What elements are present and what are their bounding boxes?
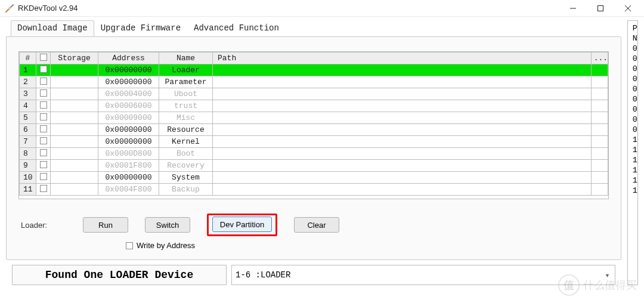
tab-advanced-function[interactable]: Advanced Function xyxy=(187,20,286,36)
cell-more[interactable] xyxy=(591,64,608,76)
table-row[interactable]: 90x0001F800Recovery xyxy=(20,160,608,172)
write-by-address-checkbox[interactable] xyxy=(126,242,133,249)
cell-address[interactable]: 0x0004F800 xyxy=(98,184,159,196)
cell-storage[interactable] xyxy=(51,112,98,124)
cell-more[interactable] xyxy=(591,100,608,112)
cell-check[interactable] xyxy=(36,112,51,124)
row-checkbox[interactable] xyxy=(40,66,47,73)
cell-address[interactable]: 0x0000D800 xyxy=(98,148,159,160)
row-checkbox[interactable] xyxy=(40,173,47,180)
cell-address[interactable]: 0x00000000 xyxy=(98,124,159,136)
cell-address[interactable]: 0x00000000 xyxy=(98,136,159,148)
cell-storage[interactable] xyxy=(51,184,98,196)
cell-more[interactable] xyxy=(591,88,608,100)
cell-name[interactable]: Resource xyxy=(159,124,213,136)
cell-check[interactable] xyxy=(36,172,51,184)
cell-name[interactable]: Recovery xyxy=(159,160,213,172)
col-storage[interactable]: Storage xyxy=(51,52,98,64)
cell-name[interactable]: trust xyxy=(159,100,213,112)
cell-name[interactable]: Boot xyxy=(159,148,213,160)
cell-check[interactable] xyxy=(36,76,51,88)
cell-address[interactable]: 0x00000000 xyxy=(98,64,159,76)
table-row[interactable]: 80x0000D800Boot xyxy=(20,148,608,160)
row-checkbox[interactable] xyxy=(40,78,47,85)
cell-name[interactable]: Kernel xyxy=(159,136,213,148)
col-path[interactable]: Path xyxy=(213,52,592,64)
switch-button[interactable]: Switch xyxy=(145,217,190,233)
log-pane[interactable]: Partition is gpt NO LBA Size Name 01 0x0… xyxy=(627,20,638,285)
cell-more[interactable] xyxy=(591,148,608,160)
table-row[interactable]: 30x00004000Uboot xyxy=(20,88,608,100)
cell-more[interactable] xyxy=(591,112,608,124)
cell-path[interactable] xyxy=(213,172,592,184)
row-checkbox[interactable] xyxy=(40,185,47,192)
row-checkbox[interactable] xyxy=(40,101,47,109)
row-checkbox[interactable] xyxy=(40,161,47,168)
cell-path[interactable] xyxy=(213,136,592,148)
table-row[interactable]: 50x00009000Misc xyxy=(20,112,608,124)
cell-address[interactable]: 0x00009000 xyxy=(98,112,159,124)
cell-name[interactable]: Parameter xyxy=(159,76,213,88)
table-row[interactable]: 70x00000000Kernel xyxy=(20,136,608,148)
cell-address[interactable]: 0x00004000 xyxy=(98,88,159,100)
cell-more[interactable] xyxy=(591,76,608,88)
cell-path[interactable] xyxy=(213,112,592,124)
table-row[interactable]: 60x00000000Resource xyxy=(20,124,608,136)
minimize-button[interactable] xyxy=(559,0,587,17)
cell-name[interactable]: Loader xyxy=(159,64,213,76)
table-row[interactable]: 10x00000000Loader xyxy=(20,64,608,76)
row-checkbox[interactable] xyxy=(40,113,47,120)
cell-check[interactable] xyxy=(36,100,51,112)
cell-check[interactable] xyxy=(36,160,51,172)
cell-storage[interactable] xyxy=(51,172,98,184)
cell-storage[interactable] xyxy=(51,160,98,172)
col-more[interactable]: ... xyxy=(591,52,608,64)
tab-upgrade-firmware[interactable]: Upgrade Firmware xyxy=(94,20,187,36)
cell-path[interactable] xyxy=(213,124,592,136)
cell-check[interactable] xyxy=(36,64,51,76)
col-name[interactable]: Name xyxy=(159,52,213,64)
cell-path[interactable] xyxy=(213,160,592,172)
run-button[interactable]: Run xyxy=(83,217,128,233)
cell-more[interactable] xyxy=(591,184,608,196)
cell-more[interactable] xyxy=(591,124,608,136)
cell-name[interactable]: System xyxy=(159,172,213,184)
tab-download-image[interactable]: Download Image xyxy=(11,20,94,36)
row-checkbox[interactable] xyxy=(40,149,47,156)
table-row[interactable]: 100x00000000System xyxy=(20,172,608,184)
cell-storage[interactable] xyxy=(51,88,98,100)
row-checkbox[interactable] xyxy=(40,89,47,97)
row-checkbox[interactable] xyxy=(40,137,47,144)
cell-check[interactable] xyxy=(36,88,51,100)
cell-path[interactable] xyxy=(213,184,592,196)
dev-partition-button[interactable]: Dev Partition xyxy=(212,217,272,232)
row-checkbox[interactable] xyxy=(40,125,47,132)
table-row[interactable]: 40x00006000trust xyxy=(20,100,608,112)
cell-address[interactable]: 0x00000000 xyxy=(98,172,159,184)
cell-address[interactable]: 0x00000000 xyxy=(98,76,159,88)
cell-path[interactable] xyxy=(213,148,592,160)
cell-name[interactable]: Misc xyxy=(159,112,213,124)
cell-storage[interactable] xyxy=(51,124,98,136)
partition-grid[interactable]: # Storage Address Name Path ... 10x00000… xyxy=(18,51,609,199)
cell-more[interactable] xyxy=(591,172,608,184)
cell-address[interactable]: 0x00006000 xyxy=(98,100,159,112)
cell-storage[interactable] xyxy=(51,64,98,76)
col-address[interactable]: Address xyxy=(98,52,159,64)
cell-storage[interactable] xyxy=(51,136,98,148)
cell-storage[interactable] xyxy=(51,148,98,160)
cell-check[interactable] xyxy=(36,184,51,196)
cell-check[interactable] xyxy=(36,136,51,148)
col-num[interactable]: # xyxy=(20,52,36,64)
cell-name[interactable]: Backup xyxy=(159,184,213,196)
clear-button[interactable]: Clear xyxy=(294,217,339,233)
cell-path[interactable] xyxy=(213,88,592,100)
table-row[interactable]: 110x0004F800Backup xyxy=(20,184,608,196)
cell-path[interactable] xyxy=(213,64,592,76)
cell-name[interactable]: Uboot xyxy=(159,88,213,100)
cell-path[interactable] xyxy=(213,76,592,88)
cell-more[interactable] xyxy=(591,160,608,172)
header-checkbox[interactable] xyxy=(40,54,47,61)
cell-check[interactable] xyxy=(36,124,51,136)
cell-address[interactable]: 0x0001F800 xyxy=(98,160,159,172)
